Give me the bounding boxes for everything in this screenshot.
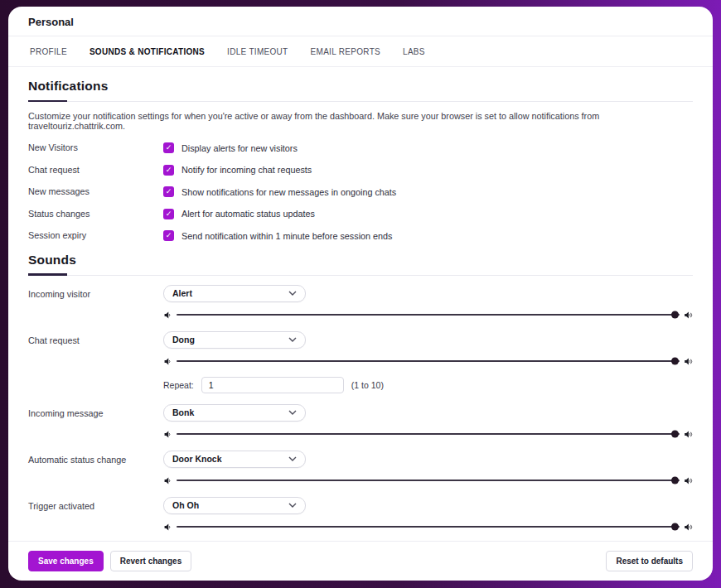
notification-row: New messages ✓ Show notifications for ne…: [28, 186, 693, 197]
notification-row-label: Chat request: [28, 165, 163, 175]
checkbox-checked[interactable]: ✓: [163, 230, 174, 241]
sound-row-label: Chat request: [28, 331, 163, 345]
notification-row-text[interactable]: Show notifications for new messages in o…: [181, 187, 396, 197]
footer-bar: Save changes Revert changes Reset to def…: [8, 541, 713, 581]
sound-select-value: Bonk: [172, 407, 194, 417]
sounds-section-title: Sounds: [28, 253, 693, 267]
slider-track[interactable]: [177, 480, 680, 481]
checkmark-icon: ✓: [166, 166, 172, 174]
volume-high-icon: [684, 476, 693, 485]
volume-high-icon: [684, 357, 693, 366]
notification-row: Chat request ✓ Notify for incoming chat …: [28, 165, 693, 176]
notification-row-text[interactable]: Alert for automatic status updates: [181, 209, 315, 219]
chevron-down-icon: [288, 503, 297, 508]
sound-select[interactable]: Oh Oh: [163, 497, 306, 514]
volume-low-icon: [163, 430, 172, 439]
sound-row: Incoming visitor Alert: [28, 285, 693, 321]
sound-row-label: Incoming message: [28, 404, 163, 418]
volume-low-icon: [163, 523, 172, 532]
page-title: Personal: [28, 16, 693, 28]
tab-profile[interactable]: PROFILE: [30, 47, 67, 56]
checkbox-checked[interactable]: ✓: [163, 186, 174, 197]
sound-row: Chat request Dong Repeat: (1 to 10): [28, 331, 693, 393]
chevron-down-icon: [288, 410, 297, 415]
checkmark-icon: ✓: [166, 144, 172, 152]
checkbox-checked[interactable]: ✓: [163, 165, 174, 176]
notification-row-label: Status changes: [28, 209, 163, 219]
settings-card: Personal PROFILE SOUNDS & NOTIFICATIONS …: [8, 7, 713, 581]
repeat-input[interactable]: [201, 377, 344, 393]
sound-select[interactable]: Bonk: [163, 404, 306, 422]
notification-row-text[interactable]: Send notification within 1 minute before…: [181, 231, 392, 241]
card-header: Personal: [8, 7, 713, 36]
chevron-down-icon: [288, 337, 297, 342]
sound-select[interactable]: Alert: [163, 285, 306, 302]
revert-changes-button[interactable]: Revert changes: [110, 551, 191, 571]
tab-email-reports[interactable]: EMAIL REPORTS: [311, 47, 380, 56]
sound-select-value: Alert: [172, 288, 192, 298]
tab-bar: PROFILE SOUNDS & NOTIFICATIONS IDLE TIME…: [8, 36, 713, 67]
sound-select-value: Dong: [172, 335, 195, 345]
notification-row-text[interactable]: Notify for incoming chat requests: [181, 165, 312, 175]
volume-slider: [163, 429, 693, 440]
volume-low-icon: [163, 311, 172, 320]
tab-labs[interactable]: LABS: [403, 47, 425, 56]
checkbox-checked[interactable]: ✓: [163, 209, 174, 219]
chevron-down-icon: [288, 291, 297, 296]
checkbox-checked[interactable]: ✓: [163, 142, 174, 153]
notification-row-label: New messages: [28, 186, 163, 196]
volume-low-icon: [163, 476, 172, 485]
slider-thumb[interactable]: [671, 358, 679, 365]
volume-high-icon: [684, 430, 693, 439]
slider-track[interactable]: [177, 433, 680, 435]
slider-track[interactable]: [177, 526, 680, 528]
save-changes-button[interactable]: Save changes: [28, 551, 104, 571]
volume-slider: [163, 475, 693, 486]
checkmark-icon: ✓: [166, 210, 172, 218]
notification-row-text[interactable]: Display alerts for new visitors: [181, 143, 298, 153]
slider-track[interactable]: [177, 360, 680, 362]
reset-to-defaults-button[interactable]: Reset to defaults: [606, 551, 693, 571]
sound-row-label: Incoming visitor: [28, 285, 163, 299]
chevron-down-icon: [288, 456, 297, 461]
notification-row-label: Session expiry: [28, 230, 163, 240]
section-divider: [28, 101, 693, 102]
tab-idle-timeout[interactable]: IDLE TIMEOUT: [227, 47, 288, 56]
sound-row-label: Trigger activated: [28, 497, 163, 511]
volume-slider: [163, 522, 693, 533]
slider-thumb[interactable]: [671, 311, 679, 319]
sound-select[interactable]: Dong: [163, 331, 306, 349]
notification-row: Status changes ✓ Alert for automatic sta…: [28, 209, 693, 219]
notification-row: Session expiry ✓ Send notification withi…: [28, 230, 693, 241]
settings-content: Notifications Customize your notificatio…: [8, 67, 713, 541]
sound-row: Automatic status change Door Knock: [28, 451, 693, 486]
sound-select[interactable]: Door Knock: [163, 451, 306, 468]
section-divider: [28, 275, 693, 276]
slider-thumb[interactable]: [671, 523, 679, 531]
repeat-range-hint: (1 to 10): [351, 380, 384, 390]
tab-sounds-notifications[interactable]: SOUNDS & NOTIFICATIONS: [90, 47, 205, 56]
repeat-label: Repeat:: [163, 380, 194, 390]
notifications-description: Customize your notification settings for…: [28, 111, 693, 131]
volume-high-icon: [684, 311, 693, 320]
sound-row-label: Automatic status change: [28, 451, 163, 465]
notification-row: New Visitors ✓ Display alerts for new vi…: [28, 142, 693, 153]
checkmark-icon: ✓: [166, 232, 172, 239]
sound-select-value: Door Knock: [172, 454, 222, 464]
sound-row: Incoming message Bonk: [28, 404, 693, 440]
volume-low-icon: [163, 357, 172, 366]
volume-high-icon: [684, 523, 693, 532]
notifications-section-title: Notifications: [28, 79, 693, 94]
slider-thumb[interactable]: [671, 477, 679, 484]
notification-row-label: New Visitors: [28, 142, 163, 152]
volume-slider: [163, 356, 693, 367]
slider-thumb[interactable]: [671, 431, 679, 438]
slider-track[interactable]: [177, 314, 680, 316]
sound-row: Trigger activated Oh Oh: [28, 497, 693, 533]
volume-slider: [163, 310, 693, 321]
checkmark-icon: ✓: [166, 188, 172, 195]
sound-select-value: Oh Oh: [172, 500, 199, 510]
